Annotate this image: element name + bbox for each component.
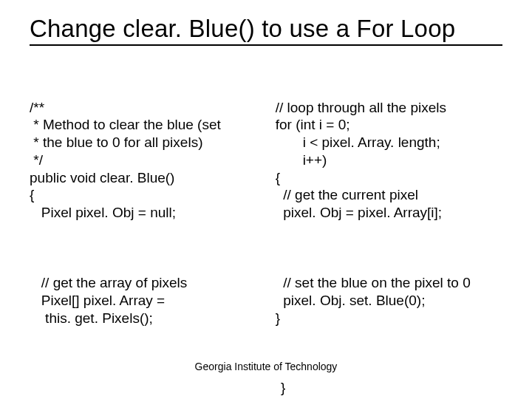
left-block-1: /** * Method to clear the blue (set * th… xyxy=(30,99,246,222)
right-column: // loop through all the pixels for (int … xyxy=(276,64,502,362)
closing-brace: } xyxy=(281,380,502,396)
slide: Change clear. Blue() to use a For Loop /… xyxy=(0,0,532,399)
left-column: /** * Method to clear the blue (set * th… xyxy=(30,64,246,362)
right-block-1: // loop through all the pixels for (int … xyxy=(276,99,502,222)
left-block-2: // get the array of pixels Pixel[] pixel… xyxy=(30,274,246,327)
footer-text: Georgia Institute of Technology xyxy=(0,361,532,372)
right-block-2: // set the blue on the pixel to 0 pixel.… xyxy=(276,274,502,327)
code-columns: /** * Method to clear the blue (set * th… xyxy=(30,64,502,362)
slide-title: Change clear. Blue() to use a For Loop xyxy=(30,15,502,46)
